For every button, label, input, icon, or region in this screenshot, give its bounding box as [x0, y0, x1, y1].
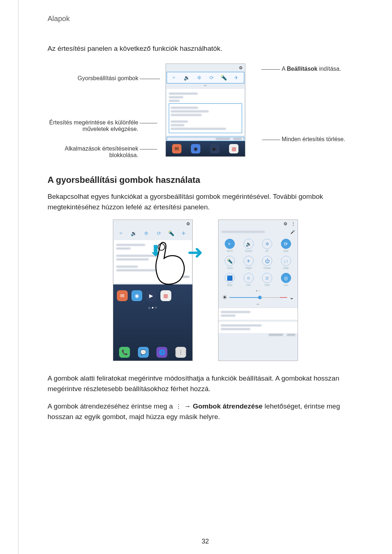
- drag-handle[interactable]: ═: [166, 83, 245, 87]
- callout-tap-notification: Értesítés megérintése és különféle művel…: [44, 119, 138, 132]
- gear-icon[interactable]: ⚙: [186, 221, 190, 226]
- home-app-icon[interactable]: ✉: [117, 290, 128, 301]
- wifi-icon[interactable]: ᯤ: [171, 74, 178, 81]
- flashlight-toggle[interactable]: 🔦: [225, 256, 235, 266]
- home-app-icon[interactable]: ◉: [131, 290, 142, 301]
- callout-clear-all: Minden értesítés törlése.: [282, 136, 376, 143]
- bluetooth-toggle[interactable]: ✲: [262, 239, 272, 249]
- callout-quick-buttons: Gyorsbeállítási gombok: [44, 75, 138, 82]
- home-dock: 📞 💬 🌐 ⋮⋮⋮: [113, 345, 192, 359]
- callout-launch-settings: A Beállítások indítása.: [282, 66, 376, 72]
- home-page-indicator: ⌂ ● ○: [113, 305, 192, 309]
- flashlight-icon[interactable]: 🔦: [221, 74, 227, 81]
- swipe-down-arrow-icon: ⬇: [150, 242, 162, 259]
- quick-settings-row[interactable]: ᯤ 🔉 ✲ ⟳ 🔦 ✈: [167, 72, 244, 83]
- clear-all-button[interactable]: [287, 334, 295, 336]
- callout-launch-settings-pre: A: [282, 66, 287, 72]
- notification-footer: [167, 137, 244, 141]
- home-app-icon[interactable]: ▦: [160, 290, 171, 301]
- gear-icon[interactable]: ⚙: [283, 221, 287, 226]
- rotate-icon[interactable]: ⟳: [208, 74, 215, 81]
- dock-app-icon[interactable]: ▶: [210, 144, 220, 153]
- dock-app-icon[interactable]: ◉: [191, 144, 200, 153]
- perf-toggle[interactable]: ⎚: [262, 273, 272, 283]
- block-notifications-button[interactable]: [269, 334, 283, 336]
- apps-drawer-icon[interactable]: ⋮⋮⋮: [175, 347, 186, 358]
- more-icon[interactable]: ⋮: [291, 221, 295, 226]
- search-row[interactable]: 🎤: [219, 228, 298, 236]
- home-app-row: ✉ ◉ ▶ ▦: [113, 288, 192, 303]
- bluelight-toggle[interactable]: 🟦: [225, 273, 235, 283]
- drag-handle[interactable]: ═: [219, 302, 298, 306]
- gear-icon[interactable]: ⚙: [239, 65, 243, 70]
- notification-item[interactable]: [169, 103, 242, 133]
- para2b-bold: Gombok átrendezése: [193, 402, 262, 410]
- wifi-toggle[interactable]: ᯤ: [225, 239, 235, 249]
- callout-launch-settings-bold: Beállítások: [287, 66, 317, 72]
- dock-app-icon[interactable]: 💬: [138, 347, 149, 358]
- phone-mockup-swipe-start: ⚙ ᯤ 🔉 ✲ ⟳ 🔦 ✈: [113, 219, 193, 361]
- airplane-icon[interactable]: ✈: [233, 74, 240, 81]
- home-app-icon[interactable]: ▶: [146, 290, 157, 301]
- brightness-expand-icon[interactable]: ⌄: [289, 294, 294, 301]
- section-heading-quick-buttons: A gyorsbeállítási gombok használata: [48, 175, 363, 185]
- rotate-icon[interactable]: ⟳: [156, 230, 162, 237]
- callout-clear-all-label: Minden értesítés törlése.: [282, 136, 345, 142]
- clear-all-button[interactable]: [233, 138, 242, 140]
- intro-paragraph: Az értesítési panelen a következő funkci…: [48, 45, 363, 53]
- data-toggle[interactable]: ↓↑: [281, 256, 291, 266]
- page-number: 32: [19, 538, 392, 545]
- dock-app-icon[interactable]: 📞: [119, 347, 130, 358]
- airplane-toggle[interactable]: ✈: [244, 256, 254, 266]
- bottom-dock: ✉ ◉ ▶ ▦: [166, 141, 245, 156]
- brightness-slider[interactable]: [229, 297, 287, 298]
- hotspot-toggle[interactable]: ⎋: [244, 273, 254, 283]
- sound-icon[interactable]: 🔉: [131, 230, 137, 237]
- callout-block-app-label: Alkalmazások értesítéseinek blokkolása.: [65, 145, 138, 158]
- notification-item[interactable]: [219, 321, 298, 333]
- callout-block-app: Alkalmazások értesítéseinek blokkolása.: [44, 145, 138, 159]
- status-bar: ⚙: [113, 220, 192, 228]
- airplane-icon[interactable]: ✈: [180, 230, 187, 237]
- transition-arrow-icon: ➜: [187, 241, 203, 263]
- figure-swipe-to-expand: ⚙ ᯤ 🔉 ✲ ⟳ 🔦 ✈: [48, 219, 363, 361]
- wifi-icon[interactable]: ᯤ: [118, 230, 125, 237]
- callout-launch-settings-post: indítása.: [318, 66, 341, 72]
- block-notifications-button[interactable]: [216, 138, 230, 140]
- rotate-toggle[interactable]: ⟳: [281, 239, 291, 249]
- sound-toggle[interactable]: 🔉: [244, 239, 254, 249]
- flashlight-icon[interactable]: 🔦: [168, 230, 175, 237]
- notification-item[interactable]: [219, 308, 298, 320]
- page-indicator: ● ○: [219, 289, 298, 292]
- phone-mockup-expanded-panel: ⚙ ⋮ 🎤 ᯤWi-Fi 🔉Sound ✲BT ⟳Auto 🔦Torch ✈Fl…: [218, 219, 298, 361]
- section2-para2b: A gombok átrendezéséhez érintse meg a ⋮ …: [48, 401, 363, 422]
- dock-app-icon[interactable]: ▦: [229, 144, 238, 153]
- section2-para2a: A gombok alatti feliratokat megérintve m…: [48, 373, 363, 394]
- bluetooth-icon[interactable]: ✲: [196, 74, 203, 81]
- page-header: Alapok: [48, 15, 363, 23]
- section2-para1: Bekapcsolhat egyes funkciókat a gyorsbeá…: [48, 192, 363, 212]
- status-bar: ⚙: [166, 64, 245, 72]
- bluetooth-icon[interactable]: ✲: [143, 230, 150, 237]
- dock-app-icon[interactable]: 🌐: [156, 347, 167, 358]
- quick-settings-grid: ᯤWi-Fi 🔉Sound ✲BT ⟳Auto 🔦Torch ✈Flight ⏻…: [219, 236, 298, 289]
- callout-tap-notification-label: Értesítés megérintése és különféle művel…: [49, 119, 138, 132]
- sound-icon[interactable]: 🔉: [184, 74, 190, 81]
- dock-app-icon[interactable]: ✉: [172, 144, 181, 153]
- more-icon: ⋮: [175, 405, 182, 409]
- brightness-slider-row: ☀ ⌄: [219, 292, 298, 302]
- callout-quick-buttons-label: Gyorsbeállítási gombok: [78, 75, 138, 81]
- notification-footer: [219, 333, 298, 337]
- para2b-pre: A gombok átrendezéséhez érintse meg a: [48, 402, 175, 410]
- para2b-arrow: →: [182, 402, 193, 410]
- notifications-area: [167, 89, 244, 135]
- quick-settings-row[interactable]: ᯤ 🔉 ✲ ⟳ 🔦 ✈: [114, 228, 192, 239]
- power-toggle[interactable]: ⏻: [262, 256, 272, 266]
- location-toggle[interactable]: ◎: [281, 273, 291, 283]
- figure-notification-panel: Gyorsbeállítási gombok Értesítés megérin…: [48, 63, 363, 157]
- mic-icon[interactable]: 🎤: [290, 230, 295, 234]
- status-bar: ⚙ ⋮: [219, 220, 298, 228]
- phone-mockup-collapsed-panel: ⚙ ᯤ 🔉 ✲ ⟳ 🔦 ✈ ═: [166, 63, 245, 157]
- brightness-icon: ☀: [222, 294, 227, 301]
